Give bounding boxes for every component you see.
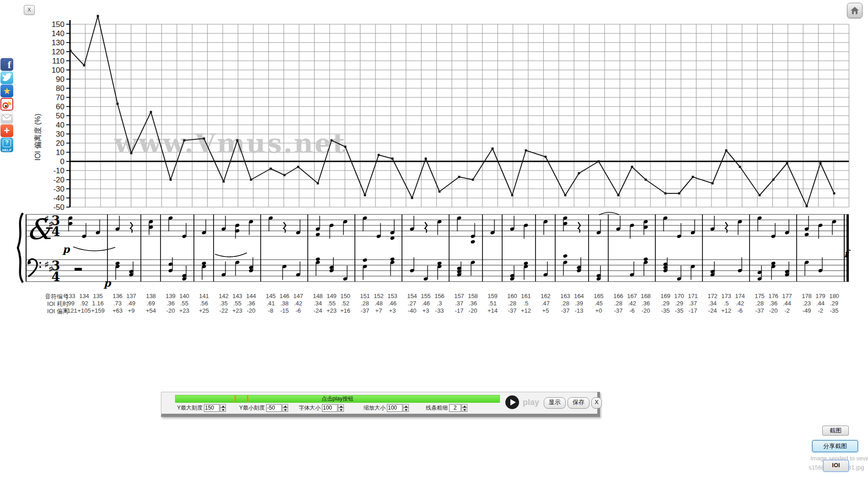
table-cell: .29 — [830, 300, 838, 307]
table-cell: 154 — [407, 293, 417, 299]
data-point — [692, 176, 694, 178]
table-cell: .38 — [280, 300, 289, 307]
svg-text:-20: -20 — [53, 176, 64, 184]
progress-bar-text: 点击play按钮 — [176, 395, 499, 402]
svg-text:20: 20 — [56, 139, 64, 148]
table-cell: .46 — [388, 300, 396, 307]
spin-up-button[interactable] — [461, 404, 467, 408]
spin-up-button[interactable] — [220, 404, 226, 408]
table-cell: .29 — [661, 300, 670, 307]
data-point — [317, 182, 319, 185]
data-point — [492, 148, 494, 150]
table-cell: +121 — [64, 307, 77, 314]
table-cell: 155 — [421, 293, 431, 299]
progress-bar[interactable]: 点击play按钮 — [175, 395, 500, 403]
table-cell: 139 — [166, 293, 176, 299]
table-cell: +25 — [199, 307, 209, 314]
table-cell: -6 — [629, 307, 635, 314]
show-button[interactable]: 显示 — [544, 397, 566, 409]
data-point — [183, 139, 186, 142]
table-cell: +14 — [488, 307, 498, 314]
table-cell: +7 — [375, 307, 382, 314]
table-cell: 161 — [521, 293, 531, 299]
spin-down-button[interactable] — [338, 408, 344, 412]
table-cell: .44 — [783, 300, 791, 307]
play-button[interactable] — [505, 395, 519, 409]
font-size-input[interactable] — [322, 404, 338, 412]
save-button[interactable]: 保存 — [568, 397, 589, 409]
table-cell: .36 — [247, 300, 255, 307]
table-cell: .73 — [113, 300, 122, 307]
table-cell: 144 — [246, 293, 256, 299]
spin-down-button[interactable] — [220, 408, 226, 412]
svg-text:-10: -10 — [53, 166, 64, 175]
table-cell: .55 — [233, 300, 241, 307]
data-point — [411, 197, 413, 199]
table-cell: 167 — [627, 293, 637, 299]
data-point — [833, 192, 836, 195]
spin-down-button[interactable] — [403, 408, 409, 412]
data-point — [297, 166, 300, 168]
table-cell: .45 — [595, 300, 603, 307]
sharp-icon: ♯ — [45, 260, 48, 268]
table-cell: .52 — [341, 300, 349, 307]
share-screenshot-button[interactable]: 分享截图 — [812, 440, 858, 452]
data-point — [664, 192, 667, 195]
table-cell: 169 — [660, 293, 670, 299]
table-cell: -6 — [737, 307, 743, 314]
y-min-input[interactable] — [266, 404, 282, 412]
data-point — [439, 191, 441, 193]
table-cell: -20 — [469, 307, 477, 314]
svg-text:100: 100 — [52, 66, 64, 75]
table-cell: 133 — [65, 293, 75, 299]
y-max-input[interactable] — [204, 404, 220, 412]
svg-text:10: 10 — [56, 148, 64, 157]
line-width-input[interactable] — [449, 404, 461, 412]
spin-down-button[interactable] — [282, 408, 288, 412]
data-point — [511, 194, 514, 197]
data-point — [150, 111, 152, 113]
table-cell: 140 — [179, 293, 189, 299]
table-cell: -37 — [755, 307, 764, 314]
zoom-size-input[interactable] — [387, 404, 402, 412]
table-cell: -20 — [769, 307, 778, 314]
table-cell: 1.16 — [92, 300, 103, 307]
data-point — [284, 174, 286, 176]
data-point — [598, 160, 600, 163]
data-point — [564, 194, 567, 197]
table-cell: 142 — [219, 293, 229, 299]
table-cell: .5 — [524, 300, 529, 307]
table-cell: 136 — [113, 293, 123, 299]
table-cell: -37 — [361, 307, 370, 314]
spin-up-button[interactable] — [282, 404, 288, 408]
y-min-label: Y最小刻度 — [239, 404, 265, 412]
table-cell: -20 — [166, 307, 175, 314]
y-min-field: Y最小刻度 — [239, 404, 288, 412]
table-cell: 135 — [93, 293, 103, 299]
panel-close-button[interactable]: X — [591, 397, 602, 409]
table-cell: 173 — [721, 293, 731, 299]
data-point — [631, 166, 633, 168]
table-cell: +105 — [77, 307, 91, 314]
spin-down-button[interactable] — [461, 408, 467, 412]
table-cell: +12 — [521, 307, 531, 314]
table-cell: -35 — [675, 307, 684, 314]
table-cell: 138 — [146, 293, 156, 299]
ioi-button[interactable]: IOI — [823, 460, 849, 472]
table-cell: -35 — [661, 307, 670, 314]
table-cell: 177 — [782, 293, 792, 299]
page: X f ★ — [0, 0, 868, 496]
table-cell: 149 — [327, 293, 337, 299]
table-cell: 160 — [507, 293, 517, 299]
table-cell: -6 — [295, 307, 301, 314]
time-signature: 4 — [52, 270, 60, 284]
line-width-field: 线条粗细 — [426, 404, 467, 412]
table-cell: -15 — [280, 307, 289, 314]
screenshot-button[interactable]: 截图 — [822, 426, 849, 436]
table-cell: .34 — [708, 300, 717, 307]
spin-up-button[interactable] — [403, 404, 409, 408]
spin-up-button[interactable] — [338, 404, 344, 408]
y-axis-title: IOI 偏离度 (%) — [34, 113, 42, 160]
sharp-icon: ♯ — [45, 214, 48, 222]
table-cell: .46 — [422, 300, 430, 307]
